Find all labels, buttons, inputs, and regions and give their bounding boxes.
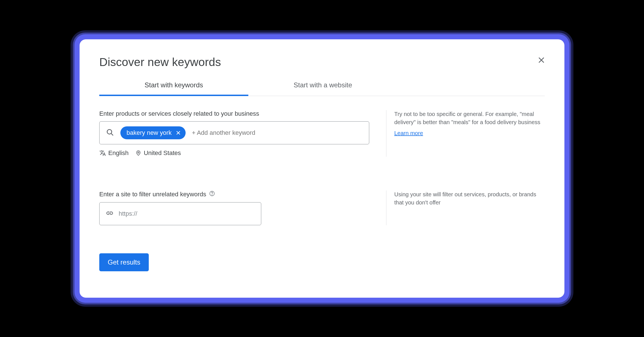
help-icon[interactable] [209, 190, 215, 198]
location-selector[interactable]: United States [135, 149, 181, 157]
locale-row: English United States [99, 149, 369, 157]
chip-remove-icon[interactable] [175, 130, 181, 136]
svg-point-8 [212, 195, 212, 195]
site-tip-text: Using your site will filter out services… [394, 190, 545, 207]
keywords-section: Enter products or services closely relat… [99, 110, 545, 157]
keyword-chip[interactable]: bakery new york [120, 126, 186, 139]
close-icon [537, 56, 546, 64]
location-label: United States [144, 149, 181, 157]
svg-point-6 [138, 152, 139, 153]
language-selector[interactable]: English [99, 149, 129, 157]
site-url-box[interactable] [99, 202, 261, 225]
translate-icon [99, 150, 106, 156]
dialog-halo: Discover new keywords Start with keyword… [75, 34, 569, 303]
svg-point-2 [107, 129, 112, 134]
close-button[interactable] [536, 54, 547, 66]
site-filter-label: Enter a site to filter unrelated keyword… [99, 190, 369, 198]
tab-start-with-website[interactable]: Start with a website [248, 76, 397, 96]
keywords-label: Enter products or services closely relat… [99, 110, 369, 117]
link-icon [106, 209, 114, 218]
site-tip-panel: Using your site will filter out services… [386, 190, 545, 225]
site-url-input[interactable] [119, 210, 255, 217]
learn-more-link[interactable]: Learn more [394, 129, 423, 137]
tab-start-with-keywords[interactable]: Start with keywords [99, 76, 248, 96]
site-filter-section: Enter a site to filter unrelated keyword… [99, 190, 545, 225]
get-results-button[interactable]: Get results [99, 253, 149, 271]
add-keyword-input[interactable] [192, 129, 363, 136]
language-label: English [108, 149, 129, 157]
keyword-chip-label: bakery new york [127, 129, 172, 136]
keyword-input-box[interactable]: bakery new york [99, 121, 369, 144]
location-pin-icon [135, 150, 141, 156]
keyword-planner-dialog: Discover new keywords Start with keyword… [80, 39, 564, 298]
keywords-tip-text: Try not to be too specific or general. F… [394, 110, 545, 126]
keywords-tip-panel: Try not to be too specific or general. F… [386, 110, 545, 157]
search-icon [106, 128, 114, 138]
dialog-title: Discover new keywords [99, 56, 545, 69]
tab-bar: Start with keywords Start with a website [99, 76, 545, 96]
svg-line-3 [111, 133, 113, 135]
